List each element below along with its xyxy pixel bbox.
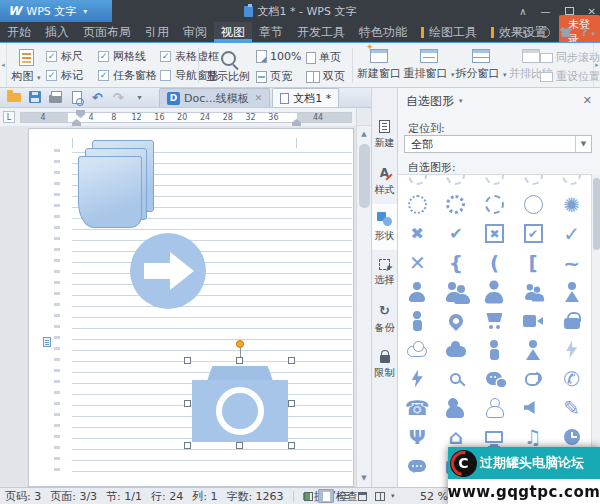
menu-tab-特色功能[interactable]: 特色功能 [352,22,414,42]
shape-ornament-circle-5[interactable] [552,174,591,190]
book-view-button[interactable] [372,489,388,503]
undo-button[interactable]: ↶ [90,89,105,105]
quickbar-dropdown-icon[interactable]: ▾ [132,89,147,105]
shape-cross-box[interactable]: ✖ [475,219,514,248]
selection-handle-mid-left[interactable] [184,400,191,407]
shape-lightning-outline[interactable] [552,335,591,364]
shape-sunburst-circle[interactable] [437,190,476,219]
shape-ornament-circle-2[interactable] [437,174,476,190]
shape-monitor[interactable] [475,422,514,451]
shape-dancer[interactable] [552,277,591,306]
shape-music-note[interactable]: ♫ [514,422,553,451]
arrow-circle-shape[interactable] [130,233,206,309]
shape-dashed-circle[interactable] [475,190,514,219]
shape-jumping-person[interactable] [398,306,437,335]
outline-view-button[interactable] [336,489,352,503]
shape-woman[interactable] [514,335,553,364]
scrollbar-thumb[interactable] [359,144,370,208]
pane-button-限制[interactable]: 限制 [372,342,397,388]
shape-video-camera[interactable] [514,306,553,335]
arrange-windows-button[interactable]: 重排窗口 ▾ [404,45,454,87]
single-page-button[interactable]: 单页 [306,50,341,65]
shape-house[interactable]: ⌂ [437,422,476,451]
zoom-100-button[interactable]: 100% [256,50,301,63]
sync-scroll-button[interactable]: 同步滚动 [540,50,600,65]
menu-tab-插入[interactable]: 插入 [38,22,76,42]
reset-position-button[interactable]: 重设位置 [540,69,600,84]
shape-brace[interactable]: { [437,248,476,277]
checkbox-标尺[interactable]: ✓标尺 [46,49,98,64]
shape-person-large[interactable] [475,277,514,306]
maximize-button[interactable] [565,7,574,15]
camera-shape-top[interactable] [207,366,273,381]
shape-handbag[interactable] [552,306,591,335]
shape-chat-bubble[interactable] [398,451,437,480]
document-tab-文档1 *[interactable]: 文档1 * [272,88,339,107]
shape-antenna[interactable]: Ψ [398,422,437,451]
menu-tab-引用[interactable]: 引用 [138,22,176,42]
checkbox-任务窗格[interactable]: ✓任务窗格 [98,68,160,83]
menu-tab-章节[interactable]: 章节 [252,22,290,42]
shape-people-small[interactable] [514,277,553,306]
help-icon[interactable]: ? ▾ [581,26,595,39]
tab-close-icon[interactable]: ✕ [255,93,263,103]
minimize-button[interactable]: — [541,6,551,17]
web-view-button[interactable] [354,489,370,503]
shape-cloud[interactable] [437,335,476,364]
pane-button-样式[interactable]: 样式 [372,158,397,204]
redo-button[interactable]: ↷ [111,89,126,105]
pane-button-备份[interactable]: 备份 [372,296,397,342]
shape-ornament-circle-1[interactable] [398,174,437,190]
shape-man[interactable] [475,335,514,364]
zoom-level[interactable]: 52 % [420,490,448,503]
menu-tab-绘图工具[interactable]: 绘图工具 [414,22,484,42]
shape-phone-circle[interactable]: ✆ [552,364,591,393]
selection-handle-top-right[interactable] [288,357,295,364]
shape-ornament-circle-3[interactable] [475,174,514,190]
shape-shopping-cart[interactable] [475,306,514,335]
document-map-button[interactable]: 构图 ▾ [6,45,46,87]
selection-handle-bottom-center[interactable] [236,442,243,449]
panel-scrollbar-thumb[interactable] [593,178,600,250]
menu-tab-开始[interactable]: 开始 [0,22,38,42]
update-icon[interactable] [539,27,550,38]
print-button[interactable] [48,89,63,105]
selection-handle-top-center[interactable] [236,357,243,364]
shape-lightning[interactable] [398,364,437,393]
menu-tab-审阅[interactable]: 审阅 [176,22,214,42]
view-dropdown-icon[interactable]: ▾ [391,492,395,500]
two-pages-button[interactable]: 双页 [306,69,345,84]
fullscreen-view-button[interactable] [300,489,316,503]
shape-bracket[interactable]: [ [514,248,553,277]
panel-close-icon[interactable]: ✕ [583,94,592,107]
shape-people[interactable] [437,277,476,306]
collapse-ribbon-button[interactable]: ∧ [519,6,526,17]
selection-handle-bottom-left[interactable] [184,442,191,449]
shape-cross-mark[interactable]: ✖ [398,219,437,248]
shape-wave-line[interactable]: ~ [552,248,591,277]
shape-gear[interactable]: ✺ [552,190,591,219]
selection-handle-bottom-right[interactable] [288,442,295,449]
pane-button-选择[interactable]: 选择 [372,250,397,296]
wps-menu-button[interactable]: W WPS 文字 ▾ [0,0,112,22]
shape-pencil[interactable]: ✎ [552,393,591,422]
shape-thin-cross[interactable]: ✕ [398,248,437,277]
shape-photo-camera[interactable] [437,451,476,480]
rotation-handle[interactable] [236,340,244,348]
page-view-button[interactable] [318,489,334,503]
shape-search-person[interactable] [437,364,476,393]
open-button[interactable] [6,89,21,105]
vertical-scrollbar[interactable]: ▲ ▼ [356,108,371,487]
stacked-documents-shape-front[interactable] [78,156,142,228]
scroll-down-icon[interactable]: ▼ [357,471,371,485]
shape-phone[interactable]: ☎ [398,393,437,422]
shape-light-check[interactable]: ✓ [552,219,591,248]
shape-people-outline[interactable] [437,393,476,422]
save-button[interactable] [27,89,42,105]
document-area[interactable] [0,126,356,487]
selection-handle-mid-right[interactable] [288,400,295,407]
scroll-up-icon[interactable]: ▲ [357,127,371,141]
shape-cloud-outline[interactable] [398,335,437,364]
checkbox-标记[interactable]: ✓标记 [46,68,98,83]
panel-scrollbar[interactable] [591,174,600,487]
